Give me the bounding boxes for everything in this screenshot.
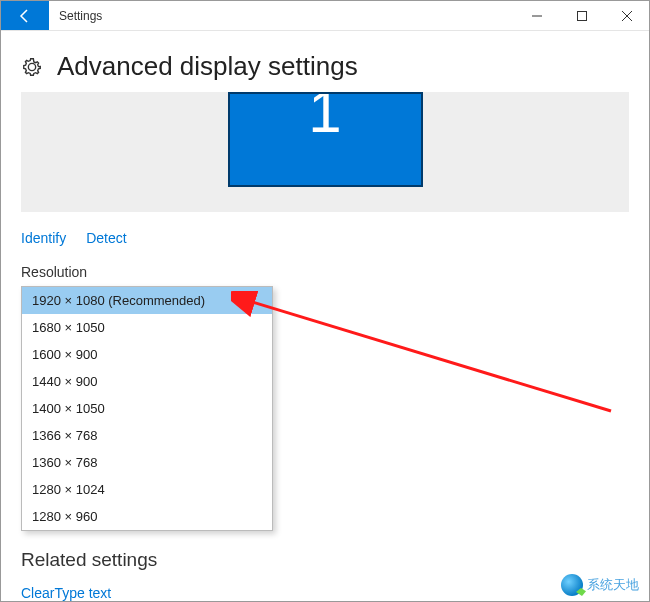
- back-button[interactable]: [1, 1, 49, 30]
- maximize-button[interactable]: [559, 1, 604, 30]
- minimize-button[interactable]: [514, 1, 559, 30]
- page-heading-row: Advanced display settings: [1, 31, 649, 92]
- related-settings-heading: Related settings: [21, 549, 157, 571]
- watermark-text: 系统天地: [587, 576, 639, 594]
- monitor-1[interactable]: 1: [228, 92, 423, 187]
- cleartype-link[interactable]: ClearType text: [21, 585, 111, 601]
- resolution-option[interactable]: 1600 × 900: [22, 341, 272, 368]
- display-links: Identify Detect: [1, 220, 649, 264]
- resolution-option[interactable]: 1400 × 1050: [22, 395, 272, 422]
- monitor-number: 1: [308, 94, 341, 130]
- resolution-option[interactable]: 1680 × 1050: [22, 314, 272, 341]
- resolution-option[interactable]: 1360 × 768: [22, 449, 272, 476]
- titlebar: Settings: [1, 1, 649, 31]
- close-button[interactable]: [604, 1, 649, 30]
- close-icon: [622, 11, 632, 21]
- watermark-logo-icon: [561, 574, 583, 596]
- resolution-option[interactable]: 1440 × 900: [22, 368, 272, 395]
- svg-rect-1: [577, 11, 586, 20]
- arrow-left-icon: [17, 8, 33, 24]
- window-controls: [514, 1, 649, 30]
- window-title: Settings: [49, 1, 514, 30]
- resolution-option[interactable]: 1920 × 1080 (Recommended): [22, 287, 272, 314]
- page-title: Advanced display settings: [57, 51, 358, 82]
- resolution-option[interactable]: 1280 × 960: [22, 503, 272, 530]
- identify-link[interactable]: Identify: [21, 230, 66, 246]
- maximize-icon: [577, 11, 587, 21]
- resolution-option[interactable]: 1280 × 1024: [22, 476, 272, 503]
- detect-link[interactable]: Detect: [86, 230, 126, 246]
- minimize-icon: [532, 11, 542, 21]
- annotation-arrow: [231, 291, 631, 441]
- monitor-preview-area: 1: [21, 92, 629, 212]
- resolution-option[interactable]: 1366 × 768: [22, 422, 272, 449]
- resolution-label: Resolution: [1, 264, 649, 284]
- svg-line-5: [249, 301, 611, 411]
- watermark: 系统天地: [561, 574, 639, 596]
- gear-icon: [21, 56, 43, 78]
- resolution-dropdown[interactable]: 1920 × 1080 (Recommended) 1680 × 1050 16…: [21, 286, 273, 531]
